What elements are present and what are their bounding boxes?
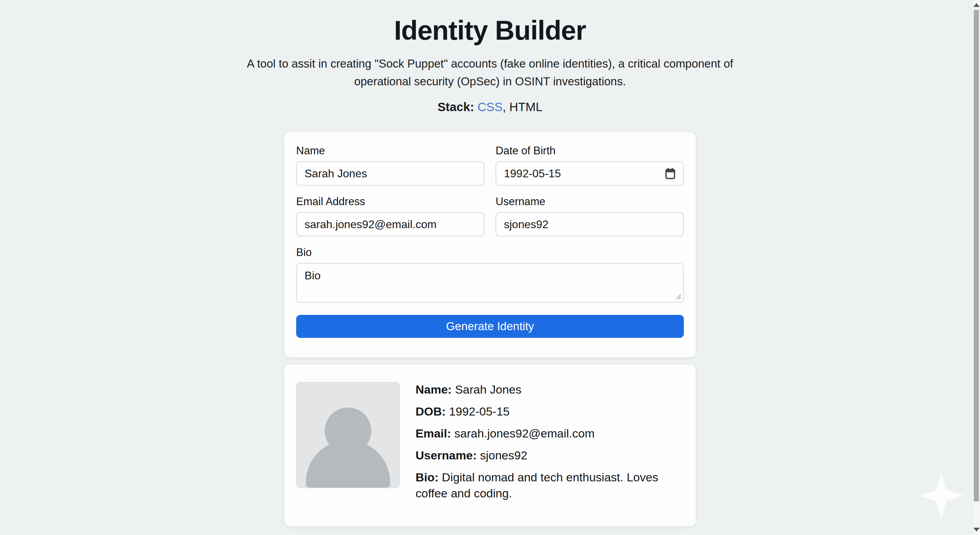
result-row-username: Username: sjones92 — [415, 447, 680, 463]
result-bio-value: Digital nomad and tech enthusiast. Loves… — [415, 471, 658, 500]
scroll-up-arrow-icon[interactable] — [974, 3, 980, 7]
result-username-label: Username: — [415, 449, 477, 462]
calendar-icon[interactable] — [664, 167, 676, 180]
result-email-label: Email: — [415, 427, 451, 440]
stack-rest: , HTML — [503, 100, 542, 113]
result-dob-value: 1992-05-15 — [449, 405, 509, 418]
result-bio-label: Bio: — [415, 471, 439, 484]
result-row-bio: Bio: Digital nomad and tech enthusiast. … — [415, 470, 680, 501]
email-label: Email Address — [296, 195, 484, 208]
result-name-label: Name: — [415, 383, 452, 396]
email-field-group: Email Address — [296, 195, 484, 236]
name-input[interactable] — [296, 161, 484, 186]
result-row-dob: DOB: 1992-05-15 — [415, 404, 680, 420]
name-field-group: Name — [296, 145, 484, 186]
bio-label: Bio — [296, 246, 684, 259]
stack-line: Stack: CSS, HTML — [0, 100, 980, 114]
dob-input[interactable] — [496, 161, 684, 186]
scroll-down-arrow-icon[interactable] — [974, 528, 980, 532]
textarea-resize-handle-icon[interactable] — [674, 292, 681, 300]
page-content: Identity Builder A tool to assit in crea… — [0, 0, 980, 526]
result-dob-label: DOB: — [415, 405, 446, 418]
bio-field-group: Bio Bio — [296, 246, 684, 303]
username-label: Username — [496, 195, 684, 208]
generated-identity-card: Name: Sarah Jones DOB: 1992-05-15 Email:… — [284, 364, 696, 526]
avatar — [296, 382, 400, 488]
identity-details: Name: Sarah Jones DOB: 1992-05-15 Email:… — [415, 382, 680, 507]
scrollbar-thumb[interactable] — [974, 10, 979, 501]
result-email-value: sarah.jones92@email.com — [455, 427, 595, 440]
bio-textarea[interactable]: Bio — [296, 263, 684, 303]
result-row-email: Email: sarah.jones92@email.com — [415, 426, 680, 442]
person-silhouette-body — [306, 440, 390, 488]
vertical-scrollbar[interactable] — [972, 0, 980, 535]
stack-label: Stack: — [438, 100, 474, 113]
dob-label: Date of Birth — [496, 145, 684, 157]
page-subtitle: A tool to assit in creating "Sock Puppet… — [222, 55, 758, 90]
name-label: Name — [296, 145, 484, 157]
identity-form-card: Name Date of Birth Email Address — [284, 132, 696, 357]
result-username-value: sjones92 — [480, 449, 527, 462]
stack-css-link[interactable]: CSS — [477, 100, 503, 113]
result-name-value: Sarah Jones — [455, 383, 521, 396]
email-input[interactable] — [296, 212, 484, 236]
username-input[interactable] — [496, 212, 684, 236]
generate-identity-button[interactable]: Generate Identity — [296, 315, 684, 338]
result-row-name: Name: Sarah Jones — [415, 382, 680, 398]
username-field-group: Username — [496, 195, 684, 236]
page-title: Identity Builder — [0, 14, 980, 46]
dob-field-group: Date of Birth — [496, 145, 684, 186]
